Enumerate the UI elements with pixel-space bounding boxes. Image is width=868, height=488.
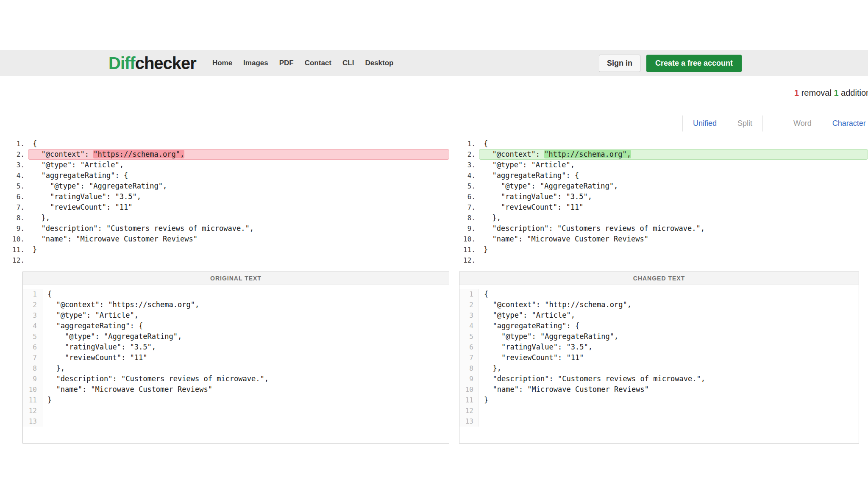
diff-row: 8. }, [457,213,868,223]
editor-row: 5 "@type": "AggregateRating", [459,331,859,342]
editor-line-number: 3 [23,310,42,321]
diffchecker-logo[interactable]: Diffchecker [108,54,196,73]
editor-row: 9 "description": "Customers reviews of m… [23,374,449,384]
editor-code-line: "@type": "Article", [479,310,575,321]
diff-row: 7. "reviewCount": "11" [457,202,868,213]
addition-count: 1 [834,88,838,97]
diff-row: 6. "ratingValue": "3.5", [6,191,449,202]
nav-contact[interactable]: Contact [305,59,331,67]
diff-row: 4. "aggregateRating": { [6,170,449,181]
editor-row: 8 }, [459,363,859,374]
diff-summary: 1 removal 1 addition [794,88,868,98]
removed-token: "https://schema.org", [93,150,184,158]
code-text: "@context": [33,150,93,158]
editor-code-line: "@type": "Article", [42,310,139,321]
editor-row: 4 "aggregateRating": { [23,321,449,331]
diff-line-number: 2. [6,149,25,160]
diff-row: 10. "name": "Microwave Customer Reviews" [6,234,449,244]
editor-code-line: }, [479,363,501,374]
editor-line-number: 5 [23,331,42,342]
diff-code-line: "description": "Customers reviews of mic… [479,223,868,234]
addition-label: addition [841,88,868,97]
editor-line-number: 3 [459,310,479,321]
diff-row: 1.{ [457,139,868,149]
editor-line-number: 8 [459,363,479,374]
diff-code-line: "reviewCount": "11" [28,202,449,213]
logo-checker-text: checker [135,54,196,72]
nav-images[interactable]: Images [243,59,268,67]
diff-line-number: 9. [457,223,476,234]
editor-code-line: "description": "Customers reviews of mic… [42,374,269,384]
diff-code-line: { [28,139,449,149]
editor-line-number: 7 [459,352,479,363]
nav-pdf[interactable]: PDF [279,59,294,67]
editor-line-number: 12 [23,405,42,416]
editor-row: 8 }, [23,363,449,374]
diff-row: 7. "reviewCount": "11" [6,202,449,213]
editor-row: 10 "name": "Microwave Customer Reviews" [459,384,859,395]
header-actions: Sign in Create a free account [599,55,742,72]
editor-line-number: 11 [459,395,479,405]
editor-row: 4 "aggregateRating": { [459,321,859,331]
diff-line-number: 8. [6,213,25,223]
diff-line-number: 2. [457,149,476,160]
diff-code-line: "@type": "Article", [28,160,449,170]
editor-line-number: 13 [23,416,42,427]
editor-code-line: }, [42,363,65,374]
nav-desktop[interactable]: Desktop [365,59,393,67]
diff-line-number: 3. [6,160,25,170]
character-diff-button[interactable]: Character [822,115,868,132]
editor-line-number: 1 [459,289,479,299]
word-diff-button[interactable]: Word [783,115,822,132]
changed-text-header: CHANGED TEXT [459,272,859,285]
diff-code-line: "@context": "http://schema.org", [479,149,868,160]
code-text: "@context": [484,150,544,158]
unified-view-button[interactable]: Unified [683,115,727,132]
diff-pane-original: 1.{2. "@context": "https://schema.org",3… [6,139,449,266]
diff-line-number: 10. [457,234,476,244]
diff-row: 9. "description": "Customers reviews of … [457,223,868,234]
diff-code-line: "aggregateRating": { [28,170,449,181]
diff-line-number: 8. [457,213,476,223]
removal-label: removal [801,88,832,97]
editor-code-line: { [42,289,52,299]
split-view-button[interactable]: Split [727,115,762,132]
added-token: "http://schema.org", [544,150,631,158]
editor-line-number: 12 [459,405,479,416]
original-text-input[interactable]: 1{2 "@context": "https://schema.org",3 "… [23,285,449,444]
editor-row: 5 "@type": "AggregateRating", [23,331,449,342]
editor-line-number: 11 [23,395,42,405]
diff-code-line: }, [28,213,449,223]
editor-code-line: { [479,289,488,299]
diff-code-line: "description": "Customers reviews of mic… [28,223,449,234]
diff-code-line: }, [479,213,868,223]
editor-row: 1{ [23,289,449,299]
editor-line-number: 9 [459,374,479,384]
diff-line-number: 3. [457,160,476,170]
editor-code-line: "description": "Customers reviews of mic… [479,374,705,384]
editor-line-number: 7 [23,352,42,363]
editor-row: 6 "ratingValue": "3.5", [23,342,449,352]
diff-row: 11.} [6,244,449,255]
editor-code-line: } [479,395,488,405]
editor-line-number: 4 [23,321,42,331]
nav-cli[interactable]: CLI [342,59,354,67]
create-account-button[interactable]: Create a free account [646,55,742,72]
diff-row: 8. }, [6,213,449,223]
editor-row: 12 [459,405,859,416]
diff-row: 11.} [457,244,868,255]
top-navigation-bar: Diffchecker Home Images PDF Contact CLI … [0,50,868,76]
changed-text-editor: CHANGED TEXT 1{2 "@context": "http://sch… [459,272,859,444]
nav-home[interactable]: Home [212,59,232,67]
editor-code-line: "reviewCount": "11" [479,352,584,363]
editor-row: 3 "@type": "Article", [459,310,859,321]
diff-line-number: 9. [6,223,25,234]
diff-line-number: 12. [6,255,25,266]
editor-line-number: 10 [23,384,42,395]
changed-text-input[interactable]: 1{2 "@context": "http://schema.org",3 "@… [459,285,859,444]
diff-line-number: 11. [457,244,476,255]
diff-code-line: } [479,244,868,255]
diff-row: 6. "ratingValue": "3.5", [457,191,868,202]
sign-in-button[interactable]: Sign in [599,55,640,72]
view-mode-toggle: Unified Split [682,115,763,132]
